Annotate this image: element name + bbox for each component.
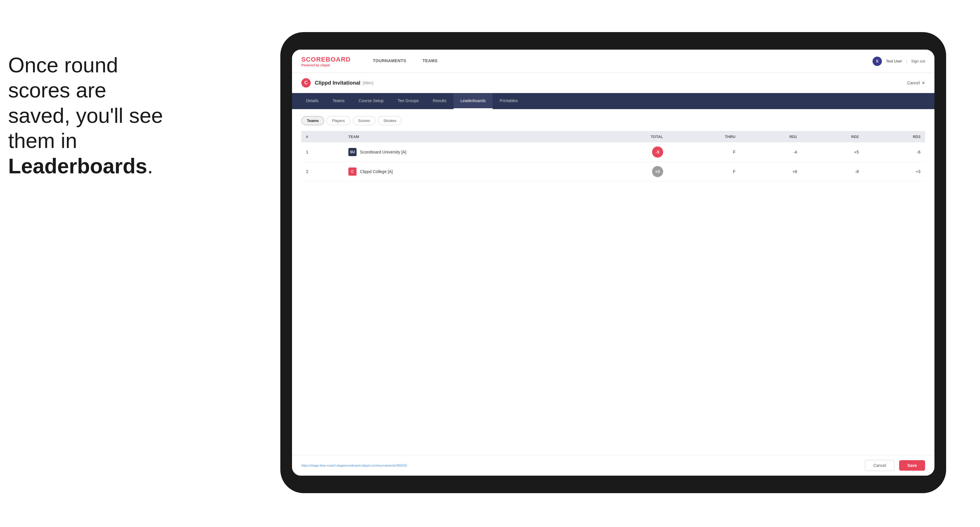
nav-items: TOURNAMENTS TEAMS — [365, 49, 873, 73]
tab-leaderboards[interactable]: Leaderboards — [453, 93, 493, 109]
team-cell-2: C Clippd College [A] — [348, 168, 584, 176]
rd1-1: -4 — [740, 143, 802, 162]
footer: https://stage-blue-coach.stagescoreboard… — [292, 455, 934, 476]
filter-row: Teams Players Scores Strokes — [301, 116, 925, 125]
intro-period: . — [147, 154, 153, 178]
top-nav: SCOREBOARD Powered by clippd TOURNAMENTS… — [292, 49, 934, 73]
col-total: TOTAL — [589, 131, 668, 143]
intro-line2: scores are — [8, 78, 207, 103]
total-1: -5 — [589, 143, 668, 162]
col-rd1: RD1 — [740, 131, 802, 143]
rd3-2: +3 — [864, 162, 925, 181]
table-header-row: # TEAM TOTAL THRU RD1 RD2 RD3 — [301, 131, 925, 143]
filter-players[interactable]: Players — [326, 116, 350, 125]
logo-area: SCOREBOARD Powered by clippd — [301, 56, 351, 67]
rd2-2: -8 — [802, 162, 864, 181]
tablet-device: SCOREBOARD Powered by clippd TOURNAMENTS… — [280, 32, 946, 493]
brand-name: clippd — [320, 63, 330, 67]
leaderboard-table: # TEAM TOTAL THRU RD1 RD2 RD3 1 — [301, 131, 925, 181]
rd1-2: +8 — [740, 162, 802, 181]
thru-2: F — [668, 162, 740, 181]
nav-teams[interactable]: TEAMS — [414, 49, 446, 73]
tab-nav: Details Teams Course Setup Tee Groups Re… — [292, 93, 934, 109]
intro-line4: them in — [8, 128, 207, 153]
sign-out-link[interactable]: Sign out — [911, 59, 925, 63]
score-badge-2: +3 — [652, 166, 663, 177]
tab-tee-groups[interactable]: Tee Groups — [391, 93, 426, 109]
team-logo-1: SU — [348, 148, 356, 156]
intro-line5: Leaderboards. — [8, 154, 207, 179]
tournament-gender: (Men) — [363, 81, 374, 85]
cancel-icon: ✕ — [921, 81, 925, 85]
team-2: C Clippd College [A] — [344, 162, 589, 181]
intro-line1: Once round — [8, 52, 207, 78]
col-rank: # — [301, 131, 344, 143]
powered-by: Powered by clippd — [301, 63, 351, 67]
tournament-cancel-button[interactable]: Cancel ✕ — [907, 81, 925, 85]
nav-right: S Test User | Sign out — [873, 57, 925, 66]
intro-bold: Leaderboards — [8, 154, 147, 178]
table-row: 2 C Clippd College [A] +3 — [301, 162, 925, 181]
content-area: Teams Players Scores Strokes # TEAM — [292, 109, 934, 455]
thru-1: F — [668, 143, 740, 162]
footer-save-button[interactable]: Save — [899, 460, 925, 471]
user-avatar: S — [873, 57, 882, 66]
rank-1: 1 — [301, 143, 344, 162]
tournament-name: Clippd Invitational — [315, 80, 360, 86]
col-team: TEAM — [344, 131, 589, 143]
tournament-icon: C — [301, 78, 311, 87]
tab-results[interactable]: Results — [426, 93, 453, 109]
rank-2: 2 — [301, 162, 344, 181]
col-thru: THRU — [668, 131, 740, 143]
col-rd2: RD2 — [802, 131, 864, 143]
nav-tournaments[interactable]: TOURNAMENTS — [365, 49, 414, 73]
screen: SCOREBOARD Powered by clippd TOURNAMENTS… — [292, 49, 934, 476]
user-name: Test User — [886, 59, 902, 63]
tournament-header: C Clippd Invitational (Men) Cancel ✕ — [292, 73, 934, 93]
tab-details[interactable]: Details — [299, 93, 326, 109]
rd2-1: +5 — [802, 143, 864, 162]
intro-text: Once round scores are saved, you'll see … — [8, 52, 207, 179]
col-rd3: RD3 — [864, 131, 925, 143]
team-cell-1: SU Scoreboard University [A] — [348, 148, 584, 156]
filter-scores[interactable]: Scores — [353, 116, 375, 125]
separator: | — [906, 59, 907, 63]
filter-strokes[interactable]: Strokes — [378, 116, 402, 125]
score-badge-1: -5 — [652, 146, 663, 157]
rd3-1: -6 — [864, 143, 925, 162]
tab-teams[interactable]: Teams — [326, 93, 352, 109]
logo-board: BOARD — [326, 56, 351, 63]
team-logo-2: C — [348, 168, 356, 176]
filter-teams[interactable]: Teams — [301, 116, 324, 125]
tab-printables[interactable]: Printables — [493, 93, 525, 109]
footer-url: https://stage-blue-coach.stagescoreboard… — [301, 464, 407, 467]
logo: SCOREBOARD — [301, 56, 351, 63]
intro-line3: saved, you'll see — [8, 103, 207, 128]
total-2: +3 — [589, 162, 668, 181]
team-1: SU Scoreboard University [A] — [344, 143, 589, 162]
tab-course-setup[interactable]: Course Setup — [352, 93, 391, 109]
footer-cancel-button[interactable]: Cancel — [865, 460, 895, 471]
logo-score: SCORE — [301, 56, 326, 63]
table-row: 1 SU Scoreboard University [A] -5 — [301, 143, 925, 162]
